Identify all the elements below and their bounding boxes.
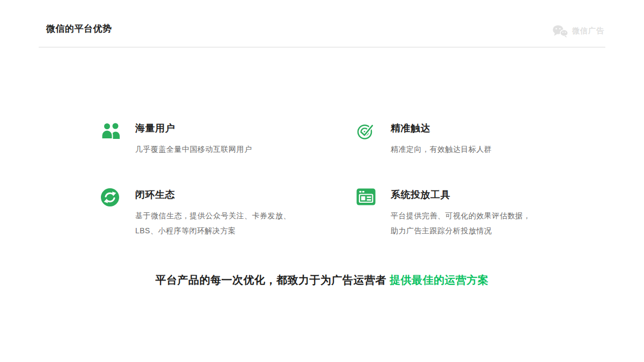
features-grid: 海量用户 几乎覆盖全量中国移动互联网用户 精准触达 精准定向，有效触达目标人群 [101, 120, 531, 238]
slogan-highlight: 提供最佳的运营方案 [390, 274, 489, 286]
feature-precise-reach: 精准触达 精准定向，有效触达目标人群 [356, 120, 531, 157]
users-icon [101, 120, 121, 139]
feature-description: 平台提供完善、可视化的效果评估数据， 助力广告主跟踪分析投放情况 [391, 208, 531, 238]
feature-closed-loop: 闭环生态 基于微信生态，提供公众号关注、卡券发放、 LBS、小程序等闭环解决方案 [101, 187, 356, 238]
cycle-arrows-icon [101, 187, 121, 206]
browser-window-icon [356, 187, 377, 205]
feature-massive-users: 海量用户 几乎覆盖全量中国移动互联网用户 [101, 120, 356, 157]
feature-description: 基于微信生态，提供公众号关注、卡券发放、 LBS、小程序等闭环解决方案 [135, 208, 291, 238]
feature-text: 精准触达 精准定向，有效触达目标人群 [391, 120, 492, 157]
slogan-text: 平台产品的每一次优化，都致力于为广告运营者 [155, 274, 390, 286]
feature-description: 几乎覆盖全量中国移动互联网用户 [135, 142, 252, 157]
page-title: 微信的平台优势 [46, 23, 112, 35]
feature-title: 系统投放工具 [391, 188, 531, 201]
feature-description: 精准定向，有效触达目标人群 [391, 142, 492, 157]
slogan: 平台产品的每一次优化，都致力于为广告运营者 提供最佳的运营方案 [0, 273, 644, 287]
feature-text: 系统投放工具 平台提供完善、可视化的效果评估数据， 助力广告主跟踪分析投放情况 [391, 187, 531, 238]
header-divider [39, 47, 605, 48]
feature-title: 闭环生态 [135, 188, 291, 201]
feature-title: 精准触达 [391, 122, 492, 135]
feature-delivery-tools: 系统投放工具 平台提供完善、可视化的效果评估数据， 助力广告主跟踪分析投放情况 [356, 187, 531, 238]
feature-title: 海量用户 [135, 122, 252, 135]
feature-text: 海量用户 几乎覆盖全量中国移动互联网用户 [135, 120, 252, 157]
brand-watermark: 微信广告 [552, 25, 604, 38]
feature-text: 闭环生态 基于微信生态，提供公众号关注、卡券发放、 LBS、小程序等闭环解决方案 [135, 187, 291, 238]
brand-label: 微信广告 [572, 26, 604, 36]
wechat-logo-icon [552, 25, 568, 38]
target-check-icon [356, 120, 377, 141]
